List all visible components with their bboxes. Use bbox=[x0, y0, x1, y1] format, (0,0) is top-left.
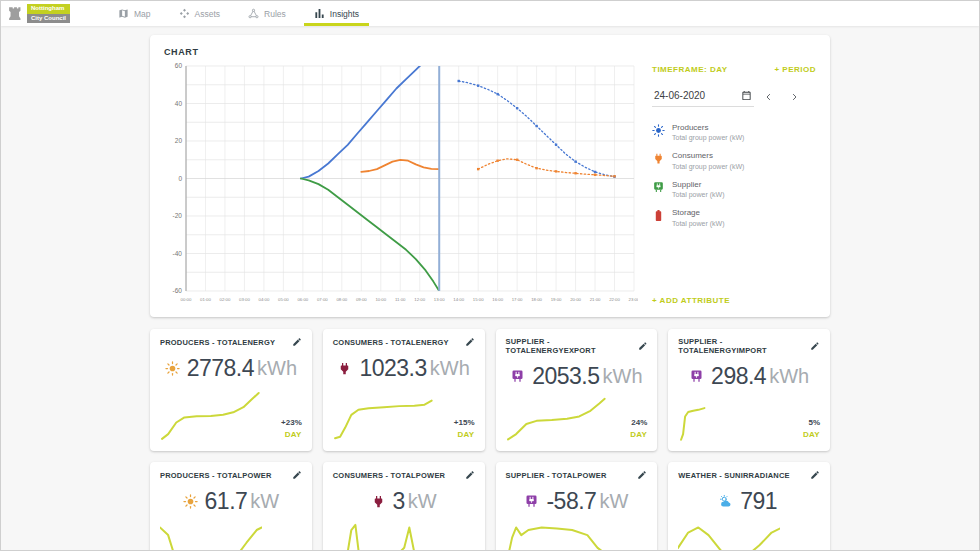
sun-icon bbox=[652, 124, 665, 137]
svg-text:19:00: 19:00 bbox=[551, 297, 562, 302]
edit-icon[interactable] bbox=[638, 341, 648, 351]
card-period: DAY bbox=[285, 430, 302, 439]
card-unit: kW bbox=[408, 490, 437, 513]
kpi-card-supplier-totalenergyimport: SUPPLIER - TOTALENERGYIMPORT 298.4 kWh 5… bbox=[668, 329, 830, 451]
assets-icon bbox=[179, 8, 190, 19]
prev-day-button[interactable] bbox=[760, 89, 780, 105]
svg-text:14:00: 14:00 bbox=[453, 297, 464, 302]
next-day-button[interactable] bbox=[786, 89, 806, 105]
kpi-cards: PRODUCERS - TOTALENERGY 2778.4 kWh +23% … bbox=[150, 329, 830, 551]
svg-text:11:00: 11:00 bbox=[395, 297, 406, 302]
svg-text:08:00: 08:00 bbox=[336, 297, 347, 302]
card-value: -58.7 bbox=[546, 488, 596, 515]
battery-icon bbox=[652, 209, 665, 222]
logo-line1: Nottingham bbox=[27, 4, 70, 14]
edit-icon[interactable] bbox=[292, 337, 302, 347]
weather-icon bbox=[718, 494, 733, 509]
sparkline bbox=[506, 517, 608, 551]
card-unit: kWh bbox=[430, 357, 470, 380]
station-icon bbox=[689, 369, 704, 384]
card-value: 3 bbox=[393, 488, 405, 515]
sparkline bbox=[160, 517, 262, 551]
tab-map[interactable]: Map bbox=[104, 1, 165, 26]
top-nav: Nottingham City Council Map Assets Rules… bbox=[1, 1, 979, 26]
card-title: SUPPLIER - TOTALPOWER bbox=[506, 471, 607, 480]
tab-map-label: Map bbox=[134, 9, 151, 19]
card-period: DAY bbox=[803, 430, 820, 439]
legend-item-consumers[interactable]: Consumers Total group power (kW) bbox=[652, 151, 816, 170]
power-line-chart[interactable]: 6040200-20-40-6000:0001:0002:0003:0004:0… bbox=[164, 61, 638, 307]
station-icon bbox=[524, 494, 539, 509]
card-unit: kW bbox=[599, 490, 628, 513]
card-unit: kWh bbox=[257, 357, 297, 380]
svg-text:20: 20 bbox=[175, 137, 183, 144]
svg-text:16:00: 16:00 bbox=[492, 297, 503, 302]
svg-text:23:00: 23:00 bbox=[629, 297, 638, 302]
chart-controls: TIMEFRAME: DAY + PERIOD 24-06-2020 Produ… bbox=[646, 61, 816, 307]
svg-text:18:00: 18:00 bbox=[531, 297, 542, 302]
card-value: 298.4 bbox=[711, 363, 766, 390]
svg-text:20:00: 20:00 bbox=[570, 297, 581, 302]
svg-text:17:00: 17:00 bbox=[512, 297, 523, 302]
svg-text:09:00: 09:00 bbox=[356, 297, 367, 302]
chart-legend: Producers Total group power (kW) Consume… bbox=[652, 123, 816, 228]
kpi-card-weather-sunirradiance: WEATHER - SUNIRRADIANCE 791 bbox=[668, 462, 830, 551]
plug-icon bbox=[371, 494, 386, 509]
tab-insights-label: Insights bbox=[330, 9, 359, 19]
card-value: 791 bbox=[740, 488, 777, 515]
sparkline bbox=[678, 517, 780, 551]
svg-text:03:00: 03:00 bbox=[239, 297, 250, 302]
add-attribute-button[interactable]: + ADD ATTRIBUTE bbox=[652, 296, 730, 305]
svg-text:12:00: 12:00 bbox=[414, 297, 425, 302]
card-change: 24% bbox=[631, 418, 647, 427]
tab-rules[interactable]: Rules bbox=[234, 1, 300, 26]
edit-icon[interactable] bbox=[465, 470, 475, 480]
card-title: SUPPLIER - TOTALENERGYIMPORT bbox=[678, 337, 810, 355]
legend-item-storage[interactable]: Storage Total power (kW) bbox=[652, 208, 816, 227]
legend-item-producers[interactable]: Producers Total group power (kW) bbox=[652, 123, 816, 142]
tab-assets[interactable]: Assets bbox=[165, 1, 235, 26]
edit-icon[interactable] bbox=[810, 470, 820, 480]
card-title: SUPPLIER - TOTALENERGYEXPORT bbox=[506, 337, 638, 355]
date-value: 24-06-2020 bbox=[654, 90, 705, 101]
kpi-card-supplier-totalpower: SUPPLIER - TOTALPOWER -58.7 kW bbox=[496, 462, 658, 551]
sparkline bbox=[506, 392, 608, 443]
edit-icon[interactable] bbox=[810, 341, 820, 351]
kpi-card-supplier-totalenergyexport: SUPPLIER - TOTALENERGYEXPORT 2053.5 kWh … bbox=[496, 329, 658, 451]
svg-text:04:00: 04:00 bbox=[259, 297, 270, 302]
app-logo[interactable]: Nottingham City Council bbox=[1, 1, 76, 26]
add-period-button[interactable]: + PERIOD bbox=[774, 65, 816, 74]
card-period: DAY bbox=[457, 430, 474, 439]
card-title: CONSUMERS - TOTALPOWER bbox=[333, 471, 445, 480]
card-period: DAY bbox=[630, 430, 647, 439]
svg-text:05:00: 05:00 bbox=[278, 297, 289, 302]
edit-icon[interactable] bbox=[292, 470, 302, 480]
chart-panel: CHART 6040200-20-40-6000:0001:0002:0003:… bbox=[150, 35, 830, 317]
card-title: CONSUMERS - TOTALENERGY bbox=[333, 338, 449, 347]
sparkline bbox=[333, 384, 435, 443]
legend-item-supplier[interactable]: Supplier Total power (kW) bbox=[652, 180, 816, 199]
svg-text:15:00: 15:00 bbox=[473, 297, 484, 302]
svg-text:13:00: 13:00 bbox=[434, 297, 445, 302]
card-value: 2778.4 bbox=[187, 355, 254, 382]
card-unit: kWh bbox=[769, 365, 809, 388]
sparkline bbox=[160, 384, 262, 443]
svg-text:-20: -20 bbox=[173, 212, 183, 219]
calendar-icon bbox=[741, 90, 752, 101]
sparkline bbox=[678, 392, 780, 443]
station-icon bbox=[652, 181, 665, 194]
svg-text:40: 40 bbox=[175, 100, 183, 107]
svg-text:22:00: 22:00 bbox=[609, 297, 620, 302]
main-tabs: Map Assets Rules Insights bbox=[104, 1, 373, 26]
rules-icon bbox=[248, 8, 259, 19]
insights-icon bbox=[314, 8, 325, 19]
map-icon bbox=[118, 8, 129, 19]
card-value: 2053.5 bbox=[532, 363, 599, 390]
card-unit: kWh bbox=[603, 365, 643, 388]
edit-icon[interactable] bbox=[637, 470, 647, 480]
edit-icon[interactable] bbox=[465, 337, 475, 347]
tab-rules-label: Rules bbox=[264, 9, 286, 19]
date-picker[interactable]: 24-06-2020 bbox=[652, 86, 754, 107]
tab-insights[interactable]: Insights bbox=[300, 1, 373, 26]
logo-line2: City Council bbox=[27, 14, 70, 24]
